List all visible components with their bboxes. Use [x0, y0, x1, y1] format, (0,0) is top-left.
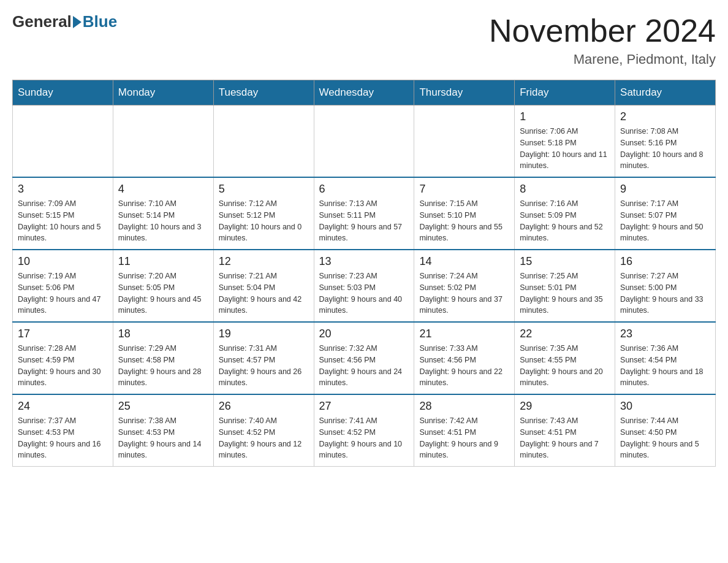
calendar-cell: 9Sunrise: 7:17 AMSunset: 5:07 PMDaylight…: [615, 177, 716, 250]
calendar-week-row: 17Sunrise: 7:28 AMSunset: 4:59 PMDayligh…: [13, 322, 716, 394]
day-number: 12: [219, 255, 309, 268]
calendar-cell: 16Sunrise: 7:27 AMSunset: 5:00 PMDayligh…: [615, 250, 716, 322]
day-info: Sunrise: 7:28 AMSunset: 4:59 PMDaylight:…: [18, 343, 108, 389]
calendar-cell: 12Sunrise: 7:21 AMSunset: 5:04 PMDayligh…: [213, 250, 314, 322]
day-number: 4: [118, 183, 208, 196]
day-info: Sunrise: 7:36 AMSunset: 4:54 PMDaylight:…: [620, 343, 710, 389]
day-info: Sunrise: 7:43 AMSunset: 4:51 PMDaylight:…: [520, 415, 610, 461]
day-number: 13: [319, 255, 409, 268]
logo-arrow-icon: [73, 16, 82, 28]
day-info: Sunrise: 7:16 AMSunset: 5:09 PMDaylight:…: [520, 198, 610, 244]
day-info: Sunrise: 7:17 AMSunset: 5:07 PMDaylight:…: [620, 198, 710, 244]
day-info: Sunrise: 7:10 AMSunset: 5:14 PMDaylight:…: [118, 198, 208, 244]
calendar-table: SundayMondayTuesdayWednesdayThursdayFrid…: [12, 80, 716, 467]
day-number: 21: [419, 327, 509, 340]
calendar-cell: 19Sunrise: 7:31 AMSunset: 4:57 PMDayligh…: [213, 322, 314, 394]
day-number: 9: [620, 183, 710, 196]
title-area: November 2024 Marene, Piedmont, Italy: [489, 12, 716, 67]
header-day-friday: Friday: [515, 80, 615, 105]
day-info: Sunrise: 7:15 AMSunset: 5:10 PMDaylight:…: [419, 198, 509, 244]
header-day-thursday: Thursday: [414, 80, 515, 105]
calendar-cell: 5Sunrise: 7:12 AMSunset: 5:12 PMDaylight…: [213, 177, 314, 250]
day-number: 26: [219, 400, 309, 413]
calendar-cell: 21Sunrise: 7:33 AMSunset: 4:56 PMDayligh…: [414, 322, 515, 394]
calendar-cell: [13, 105, 113, 178]
day-number: 15: [520, 255, 610, 268]
calendar-cell: [414, 105, 515, 178]
calendar-cell: 27Sunrise: 7:41 AMSunset: 4:52 PMDayligh…: [314, 394, 414, 467]
calendar-cell: 24Sunrise: 7:37 AMSunset: 4:53 PMDayligh…: [13, 394, 113, 467]
day-number: 8: [520, 183, 610, 196]
day-number: 19: [219, 327, 309, 340]
month-title: November 2024: [489, 12, 716, 49]
calendar-cell: 13Sunrise: 7:23 AMSunset: 5:03 PMDayligh…: [314, 250, 414, 322]
day-info: Sunrise: 7:13 AMSunset: 5:11 PMDaylight:…: [319, 198, 409, 244]
day-number: 22: [520, 327, 610, 340]
logo-blue-text: Blue: [83, 12, 117, 31]
calendar-cell: 10Sunrise: 7:19 AMSunset: 5:06 PMDayligh…: [13, 250, 113, 322]
day-number: 1: [520, 110, 610, 123]
calendar-cell: 20Sunrise: 7:32 AMSunset: 4:56 PMDayligh…: [314, 322, 414, 394]
day-number: 11: [118, 255, 208, 268]
day-number: 27: [319, 400, 409, 413]
header-day-monday: Monday: [113, 80, 213, 105]
day-number: 2: [620, 110, 710, 123]
logo-general-text: General: [12, 12, 72, 31]
day-info: Sunrise: 7:20 AMSunset: 5:05 PMDaylight:…: [118, 270, 208, 316]
day-info: Sunrise: 7:44 AMSunset: 4:50 PMDaylight:…: [620, 415, 710, 461]
day-number: 16: [620, 255, 710, 268]
calendar-cell: 6Sunrise: 7:13 AMSunset: 5:11 PMDaylight…: [314, 177, 414, 250]
calendar-cell: 1Sunrise: 7:06 AMSunset: 5:18 PMDaylight…: [515, 105, 615, 178]
calendar-week-row: 1Sunrise: 7:06 AMSunset: 5:18 PMDaylight…: [13, 105, 716, 178]
day-info: Sunrise: 7:29 AMSunset: 4:58 PMDaylight:…: [118, 343, 208, 389]
calendar-cell: [213, 105, 314, 178]
header-day-saturday: Saturday: [615, 80, 716, 105]
day-number: 20: [319, 327, 409, 340]
day-info: Sunrise: 7:21 AMSunset: 5:04 PMDaylight:…: [219, 270, 309, 316]
calendar-cell: 2Sunrise: 7:08 AMSunset: 5:16 PMDaylight…: [615, 105, 716, 178]
day-info: Sunrise: 7:06 AMSunset: 5:18 PMDaylight:…: [520, 126, 610, 172]
day-number: 18: [118, 327, 208, 340]
day-number: 17: [18, 327, 108, 340]
calendar-cell: 28Sunrise: 7:42 AMSunset: 4:51 PMDayligh…: [414, 394, 515, 467]
calendar-cell: 15Sunrise: 7:25 AMSunset: 5:01 PMDayligh…: [515, 250, 615, 322]
day-info: Sunrise: 7:33 AMSunset: 4:56 PMDaylight:…: [419, 343, 509, 389]
day-number: 3: [18, 183, 108, 196]
calendar-week-row: 10Sunrise: 7:19 AMSunset: 5:06 PMDayligh…: [13, 250, 716, 322]
calendar-cell: 22Sunrise: 7:35 AMSunset: 4:55 PMDayligh…: [515, 322, 615, 394]
day-number: 7: [419, 183, 509, 196]
calendar-cell: 23Sunrise: 7:36 AMSunset: 4:54 PMDayligh…: [615, 322, 716, 394]
header-day-sunday: Sunday: [13, 80, 113, 105]
logo: General Blue: [12, 12, 117, 31]
day-number: 28: [419, 400, 509, 413]
header-day-wednesday: Wednesday: [314, 80, 414, 105]
calendar-cell: [314, 105, 414, 178]
day-number: 29: [520, 400, 610, 413]
calendar-cell: 8Sunrise: 7:16 AMSunset: 5:09 PMDaylight…: [515, 177, 615, 250]
day-number: 5: [219, 183, 309, 196]
calendar-cell: 29Sunrise: 7:43 AMSunset: 4:51 PMDayligh…: [515, 394, 615, 467]
day-number: 24: [18, 400, 108, 413]
calendar-header-row: SundayMondayTuesdayWednesdayThursdayFrid…: [13, 80, 716, 105]
day-info: Sunrise: 7:42 AMSunset: 4:51 PMDaylight:…: [419, 415, 509, 461]
calendar-cell: 30Sunrise: 7:44 AMSunset: 4:50 PMDayligh…: [615, 394, 716, 467]
day-info: Sunrise: 7:37 AMSunset: 4:53 PMDaylight:…: [18, 415, 108, 461]
day-info: Sunrise: 7:08 AMSunset: 5:16 PMDaylight:…: [620, 126, 710, 172]
calendar-week-row: 3Sunrise: 7:09 AMSunset: 5:15 PMDaylight…: [13, 177, 716, 250]
calendar-cell: 17Sunrise: 7:28 AMSunset: 4:59 PMDayligh…: [13, 322, 113, 394]
day-number: 14: [419, 255, 509, 268]
header-day-tuesday: Tuesday: [213, 80, 314, 105]
location-text: Marene, Piedmont, Italy: [489, 52, 716, 67]
calendar-cell: 18Sunrise: 7:29 AMSunset: 4:58 PMDayligh…: [113, 322, 213, 394]
day-number: 23: [620, 327, 710, 340]
day-number: 25: [118, 400, 208, 413]
calendar-cell: 26Sunrise: 7:40 AMSunset: 4:52 PMDayligh…: [213, 394, 314, 467]
calendar-cell: 7Sunrise: 7:15 AMSunset: 5:10 PMDaylight…: [414, 177, 515, 250]
day-info: Sunrise: 7:19 AMSunset: 5:06 PMDaylight:…: [18, 270, 108, 316]
day-info: Sunrise: 7:40 AMSunset: 4:52 PMDaylight:…: [219, 415, 309, 461]
page-header: General Blue November 2024 Marene, Piedm…: [12, 12, 716, 67]
day-info: Sunrise: 7:24 AMSunset: 5:02 PMDaylight:…: [419, 270, 509, 316]
calendar-cell: 4Sunrise: 7:10 AMSunset: 5:14 PMDaylight…: [113, 177, 213, 250]
calendar-cell: 25Sunrise: 7:38 AMSunset: 4:53 PMDayligh…: [113, 394, 213, 467]
calendar-week-row: 24Sunrise: 7:37 AMSunset: 4:53 PMDayligh…: [13, 394, 716, 467]
